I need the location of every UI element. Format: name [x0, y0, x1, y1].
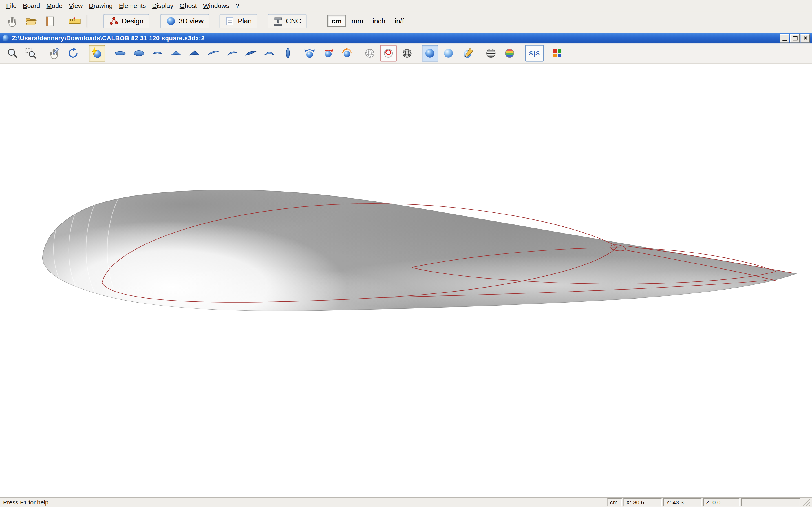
view-outline-plan-button[interactable] [131, 45, 147, 62]
view-profile-lens-button[interactable] [280, 45, 296, 62]
status-extra-field [741, 498, 800, 506]
close-button[interactable] [801, 34, 810, 42]
menu-mode[interactable]: Mode [43, 1, 65, 10]
design-mode-button[interactable]: Design [103, 14, 149, 29]
menu-ghost[interactable]: Ghost [176, 1, 200, 10]
render-stripes-button[interactable] [483, 45, 499, 62]
unit-mm-button[interactable]: mm [348, 16, 367, 27]
view-rocker-button[interactable] [149, 45, 166, 62]
unit-cm-button[interactable]: cm [327, 15, 346, 27]
plan-mode-button[interactable]: Plan [220, 14, 257, 29]
viewport-canvas[interactable] [0, 64, 812, 497]
mdi-frame-gap [0, 31, 812, 33]
render-solid-icon [423, 47, 436, 59]
wireframe-sphere-icon [363, 47, 376, 59]
notebook-icon [43, 15, 56, 27]
cnc-mode-button[interactable]: CNC [268, 14, 307, 29]
rocker-profile-icon [151, 47, 163, 59]
rotate-view-button[interactable] [65, 45, 82, 62]
symmetry-toggle-button[interactable]: S|S [525, 45, 544, 62]
zoom-icon [6, 47, 18, 59]
view-slice1-button[interactable] [205, 45, 221, 62]
wireframe-globe-icon [401, 47, 413, 59]
rail-shape-icon [263, 47, 275, 59]
toolbar-separator [87, 15, 88, 27]
status-bar: Press F1 for help cm X: 30.6 Y: 43.3 Z: … [0, 497, 812, 507]
cross-section-solid-icon [189, 47, 201, 59]
document-titlebar[interactable]: Z:\Users\dennery\Downloads\CALBOB 82 31 … [0, 33, 812, 43]
plan-mode-label: Plan [238, 17, 252, 25]
zoom-window-button[interactable] [23, 45, 40, 62]
menu-board[interactable]: Board [20, 1, 43, 10]
outline-plan-icon [133, 47, 145, 59]
quadrant-views-button[interactable] [549, 45, 566, 62]
unit-inf-button[interactable]: in/f [391, 16, 408, 27]
sphere-red-marker-button[interactable] [380, 45, 397, 62]
render-stripes-icon [485, 47, 497, 59]
open-folder-icon [25, 15, 37, 27]
board-notes-button[interactable] [42, 13, 58, 29]
menu-drawing[interactable]: Drawing [86, 1, 116, 10]
render-paint-icon [462, 47, 474, 59]
status-x-coordinate: X: 30.6 [623, 498, 662, 506]
view-outline-top-button[interactable] [112, 45, 129, 62]
view-slice3-button[interactable] [243, 45, 259, 62]
close-icon [803, 36, 808, 41]
rotate-board-orange-icon [341, 47, 353, 59]
main-toolbar: Design 3D view Plan CNC [0, 11, 812, 31]
rotate-board-red-icon [322, 47, 335, 59]
unit-inch-button[interactable]: inch [369, 16, 389, 27]
menu-display[interactable]: Display [149, 1, 176, 10]
document-sphere-icon [2, 35, 9, 42]
board-3d-render [0, 64, 812, 497]
view-rail-button[interactable] [261, 45, 278, 62]
view-slice2-button[interactable] [223, 45, 240, 62]
wireframe-sphere-button[interactable] [361, 45, 378, 62]
render-paint-button[interactable] [460, 45, 476, 62]
zoom-tool-button[interactable] [4, 45, 21, 62]
render-solid-button[interactable] [421, 45, 438, 62]
3d-view-mode-button[interactable]: 3D view [160, 14, 209, 29]
status-unit: cm [607, 498, 622, 506]
lighting-sphere-icon [91, 47, 103, 59]
render-smooth-button[interactable] [440, 45, 457, 62]
rotate-board-vertical-icon [303, 47, 316, 59]
restore-button[interactable] [790, 34, 800, 42]
design-mode-label: Design [122, 17, 144, 25]
zoom-window-icon [25, 47, 37, 59]
render-smooth-icon [442, 47, 455, 59]
menu-file[interactable]: File [3, 1, 20, 10]
hand-tool-button[interactable] [4, 13, 21, 29]
minimize-icon [782, 40, 786, 41]
wireframe-globe-button[interactable] [399, 45, 415, 62]
plan-page-icon [225, 17, 235, 26]
sphere-red-marker-icon [382, 47, 395, 59]
cnc-machine-icon [273, 17, 283, 26]
rotate-board-red-button[interactable] [320, 45, 337, 62]
minimize-button[interactable] [780, 34, 789, 42]
render-curvature-button[interactable] [501, 45, 518, 62]
restore-icon [793, 36, 797, 40]
status-y-coordinate: Y: 43.3 [663, 498, 702, 506]
rotate-board-orange-button[interactable] [339, 45, 355, 62]
3d-view-mode-label: 3D view [179, 17, 204, 25]
resize-grip[interactable] [803, 499, 810, 506]
menu-windows[interactable]: Windows [200, 1, 232, 10]
status-help-text: Press F1 for help [3, 499, 49, 506]
slice-oblique-3-icon [245, 47, 257, 59]
menu-view[interactable]: View [66, 1, 86, 10]
status-z-coordinate: Z: 0.0 [703, 498, 740, 506]
open-file-button[interactable] [23, 13, 40, 29]
view-cross-section-solid-button[interactable] [186, 45, 203, 62]
design-molecule-icon [109, 17, 119, 26]
pan-tool-button[interactable] [46, 45, 63, 62]
menu-elements[interactable]: Elements [116, 1, 149, 10]
lighting-sphere-button[interactable] [89, 45, 105, 62]
view-cross-section-button[interactable] [168, 45, 185, 62]
dimensions-button[interactable] [66, 13, 83, 29]
symmetry-label: S|S [529, 50, 540, 57]
quadrant-views-icon [551, 47, 563, 59]
rotate-board-vertical-button[interactable] [301, 45, 318, 62]
document-title: Z:\Users\dennery\Downloads\CALBOB 82 31 … [12, 35, 205, 42]
menu-help[interactable]: ? [232, 1, 242, 10]
